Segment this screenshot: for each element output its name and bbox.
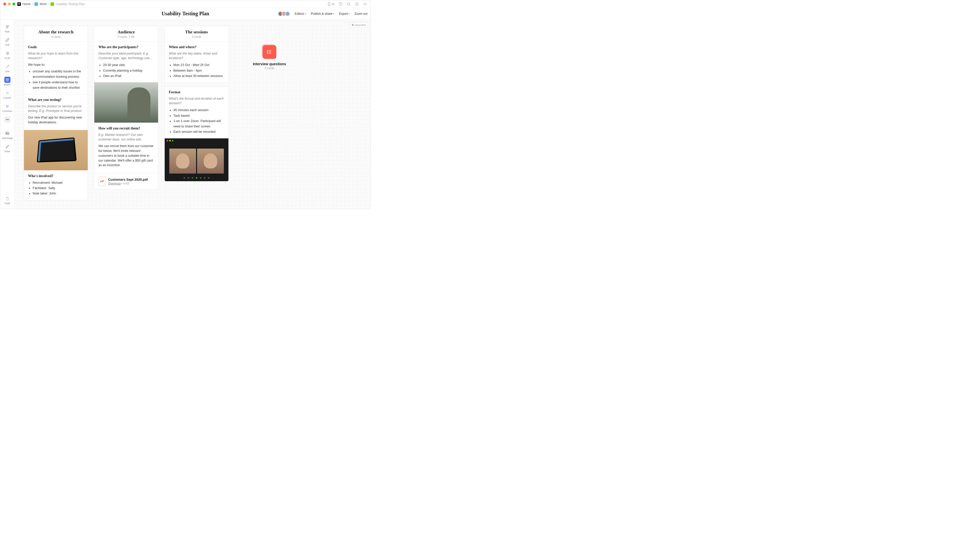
close-window-icon[interactable] bbox=[3, 3, 6, 5]
tool-comment[interactable]: Comment bbox=[2, 102, 13, 114]
list-item: Recruitment: Michael bbox=[33, 180, 84, 186]
card-body: We can recruit them from our customer li… bbox=[99, 144, 154, 168]
card-prompt: What are the key dates, times and locati… bbox=[169, 51, 224, 60]
breadcrumb-work[interactable]: Work bbox=[40, 2, 47, 6]
minimize-window-icon[interactable] bbox=[8, 3, 11, 5]
page-title: Usability Testing Plan bbox=[162, 11, 209, 17]
card-prompt: Describe your ideal participant. E.g. Cu… bbox=[99, 51, 154, 60]
file-size: 4 KB bbox=[123, 182, 129, 185]
page-header: Usability Testing Plan Editors▾ Publish … bbox=[0, 8, 371, 20]
zoom-out-button[interactable]: Zoom out bbox=[354, 12, 368, 16]
breadcrumb: ⌘ Home / Work / Usability Testing Plan bbox=[18, 2, 84, 6]
list-item: Mon 23 Oct - Wed 25 Oct bbox=[173, 62, 224, 68]
list-item: see if people understand how to save des… bbox=[33, 80, 84, 91]
stack-subtitle: 0 cards bbox=[249, 67, 290, 70]
card-title: How will you recruit them? bbox=[99, 126, 154, 130]
breadcrumb-page[interactable]: Usability Testing Plan bbox=[56, 2, 84, 6]
search-icon[interactable] bbox=[347, 2, 351, 6]
svg-point-13 bbox=[267, 51, 268, 51]
card-when-where[interactable]: When and where? What are the key dates, … bbox=[165, 41, 228, 82]
column-title[interactable]: Audience bbox=[97, 30, 156, 35]
pencil-icon bbox=[4, 143, 10, 150]
device-icon bbox=[327, 2, 331, 6]
card-recruit[interactable]: How will you recruit them? E.g. Market r… bbox=[94, 122, 158, 173]
home-icon[interactable]: ⌘ bbox=[18, 2, 21, 6]
tool-column[interactable]: Column bbox=[2, 89, 13, 101]
card-format[interactable]: Format What's the format and duration of… bbox=[165, 86, 228, 138]
download-link[interactable]: Download bbox=[108, 182, 121, 185]
publish-dropdown[interactable]: Publish & share▾ bbox=[311, 12, 334, 16]
collaborator-avatars[interactable] bbox=[278, 11, 290, 16]
card-file[interactable]: pdf Customers Sept 2020.pdf Download • 4… bbox=[94, 173, 158, 189]
card-involved[interactable]: Who's involved? Recruitment: Michael Fac… bbox=[24, 170, 88, 200]
card-image-ipad[interactable] bbox=[24, 130, 88, 170]
list-item: Task based bbox=[173, 113, 224, 119]
bell-icon[interactable] bbox=[355, 2, 359, 6]
tool-line[interactable]: Line bbox=[2, 62, 13, 74]
svg-rect-4 bbox=[6, 78, 7, 80]
svg-point-10 bbox=[8, 119, 9, 120]
traffic-lights bbox=[3, 3, 15, 5]
tool-link[interactable]: Link bbox=[2, 35, 13, 48]
tool-note[interactable]: Note bbox=[2, 22, 13, 34]
column-about-research[interactable]: About the research 4 cards Goals What do… bbox=[24, 26, 88, 200]
comment-icon bbox=[4, 103, 10, 109]
tool-draw[interactable]: Draw bbox=[2, 142, 13, 154]
pdf-icon: pdf bbox=[99, 177, 105, 186]
more-icon bbox=[4, 116, 10, 122]
file-name: Customers Sept 2020.pdf bbox=[108, 178, 148, 181]
card-image-zoom[interactable] bbox=[165, 138, 228, 181]
card-prompt: What's the format and duration of each s… bbox=[169, 96, 224, 106]
svg-point-9 bbox=[7, 119, 8, 120]
maximize-window-icon[interactable] bbox=[13, 3, 15, 5]
todo-icon bbox=[4, 50, 10, 56]
list-item: Own an iPad bbox=[103, 73, 154, 79]
card-participants[interactable]: Who are the participants? Describe your … bbox=[94, 41, 158, 82]
list-item: Each session will be recorded bbox=[173, 129, 224, 135]
card-title: Who's involved? bbox=[28, 174, 84, 178]
trash-icon bbox=[4, 195, 10, 201]
column-audience[interactable]: Audience 3 cards, 1 file Who are the par… bbox=[94, 26, 158, 190]
tool-sidebar: Note Link To-do Line Board Column bbox=[0, 20, 14, 209]
svg-point-8 bbox=[6, 119, 6, 120]
list-item: 20-30 year olds bbox=[103, 62, 154, 68]
tool-more[interactable] bbox=[2, 115, 13, 124]
column-title[interactable]: The sessions bbox=[167, 30, 226, 35]
card-goals[interactable]: Goals What do you hope to learn from thi… bbox=[24, 41, 88, 94]
card-title: What are you testing? bbox=[28, 98, 84, 102]
list-item: Facilitator: Sally bbox=[33, 186, 84, 191]
device-count[interactable]: 21 bbox=[327, 2, 335, 6]
card-title: Who are the participants? bbox=[99, 45, 154, 49]
svg-point-3 bbox=[364, 3, 366, 5]
column-icon bbox=[4, 90, 10, 96]
list-item: Currently planning a holiday bbox=[103, 68, 154, 73]
export-dropdown[interactable]: Export▾ bbox=[339, 12, 350, 16]
help-icon[interactable] bbox=[338, 2, 343, 6]
card-title: When and where? bbox=[169, 45, 224, 49]
stack-interview-questions[interactable]: Interview questions 0 cards bbox=[249, 45, 290, 70]
tool-todo[interactable]: To-do bbox=[2, 49, 13, 61]
page-icon bbox=[51, 2, 54, 6]
column-sessions[interactable]: The sessions 3 cards When and where? Wha… bbox=[164, 26, 229, 181]
workspace-icon[interactable] bbox=[34, 2, 38, 6]
list-item: 45 minutes each session bbox=[173, 108, 224, 113]
column-title[interactable]: About the research bbox=[27, 30, 85, 35]
board-canvas[interactable]: About the research 4 cards Goals What do… bbox=[14, 20, 299, 209]
card-image-photographer[interactable] bbox=[94, 82, 158, 122]
card-what-testing[interactable]: What are you testing? Describe the produ… bbox=[24, 94, 88, 130]
editors-dropdown[interactable]: Editors▾ bbox=[295, 12, 306, 16]
tool-add-image[interactable]: Add image bbox=[2, 129, 13, 141]
card-prompt: E.g. Market research? Our own customer b… bbox=[99, 133, 154, 142]
svg-point-15 bbox=[267, 53, 268, 54]
tool-trash[interactable]: Trash bbox=[2, 194, 13, 206]
window-titlebar: ⌘ Home / Work / Usability Testing Plan 2… bbox=[0, 0, 371, 8]
list-item: uncover any usability issues in the acco… bbox=[33, 69, 84, 80]
tool-board[interactable]: Board bbox=[2, 75, 13, 87]
link-icon bbox=[4, 37, 10, 43]
gear-icon[interactable] bbox=[363, 2, 368, 6]
breadcrumb-home[interactable]: Home bbox=[22, 2, 30, 6]
svg-rect-6 bbox=[6, 80, 7, 81]
unsorted-badge[interactable]: 0 Unsorted bbox=[350, 22, 368, 28]
list-item: Between 9am - 4pm bbox=[173, 68, 224, 73]
card-body: Our new iPad app for discovering new hol… bbox=[28, 115, 84, 125]
